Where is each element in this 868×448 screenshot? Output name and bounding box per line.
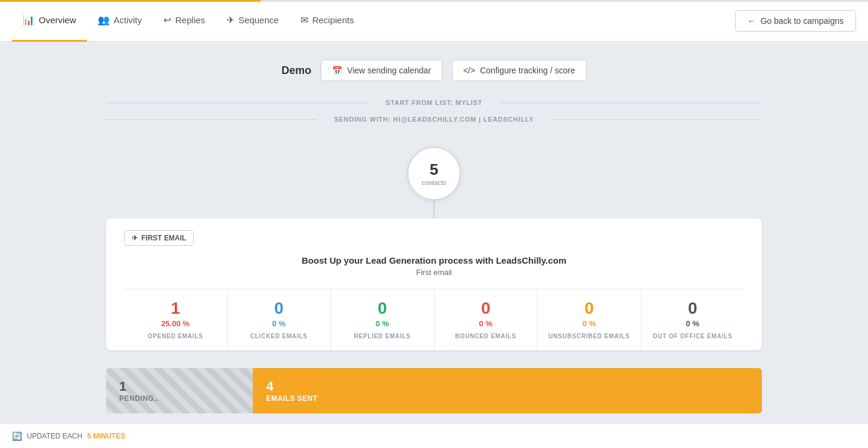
campaign-header: Demo 📅 View sending calendar </> Configu… (88, 60, 780, 81)
sequence-icon: ✈ (227, 14, 234, 26)
main-content: Demo 📅 View sending calendar </> Configu… (76, 42, 792, 425)
out-of-office-percent: 0 % (647, 319, 739, 328)
replied-label: REPLIED EMAILS (337, 333, 428, 339)
nav-sequence[interactable]: ✈ Sequence (216, 0, 290, 42)
replies-icon: ↩ (163, 14, 171, 26)
send-icon: ✈ (132, 234, 138, 242)
campaign-title: Demo (281, 64, 311, 77)
nav-recipients[interactable]: ✉ Recipients (290, 0, 365, 42)
sending-with-label: SENDING WITH: HI@LEADSCHILLY.COM | LEADS… (334, 116, 534, 123)
go-back-label: Go back to campaigns (761, 16, 844, 26)
stat-replied: 0 0 % REPLIED EMAILS (331, 289, 435, 350)
nav-activity-label: Activity (114, 15, 142, 25)
nav-sequence-label: Sequence (238, 15, 279, 25)
center-content: START FROM LIST: MYLIST SENDING WITH: HI… (88, 99, 780, 413)
clicked-number: 0 (234, 300, 325, 317)
refresh-icon: 🔄 (12, 431, 22, 441)
footer-bar: 🔄 UPDATED EACH 5 MINUTES (0, 424, 868, 448)
stat-clicked: 0 0 % CLICKED EMAILS (228, 289, 331, 350)
unsubscribed-number: 0 (544, 300, 635, 317)
recipients-icon: ✉ (300, 14, 308, 26)
footer-update-prefix: UPDATED EACH (27, 432, 82, 440)
calendar-icon: 📅 (332, 66, 342, 75)
email-subtitle: First email (124, 268, 744, 277)
out-of-office-label: OUT OF OFFICE EMAILS (647, 333, 739, 339)
clicked-percent: 0 % (234, 319, 325, 328)
view-calendar-button[interactable]: 📅 View sending calendar (321, 60, 442, 81)
clicked-label: CLICKED EMAILS (234, 333, 325, 339)
unsubscribed-percent: 0 % (544, 319, 635, 328)
connector-line (433, 200, 435, 218)
code-icon: </> (463, 66, 475, 75)
start-from-list-label: START FROM LIST: MYLIST (386, 99, 482, 106)
stat-bounced: 0 0 % BOUNCED EMAILS (435, 289, 538, 350)
pending-section: 1 PENDING.. (106, 368, 253, 413)
opened-label: OPENED EMAILS (130, 333, 221, 339)
stat-out-of-office: 0 0 % OUT OF OFFICE EMAILS (641, 289, 745, 350)
overview-icon: 📊 (23, 14, 35, 26)
footer-update-interval: 5 MINUTES (87, 432, 125, 440)
opened-percent: 25.00 % (130, 319, 221, 328)
replied-percent: 0 % (337, 319, 428, 328)
opened-number: 1 (130, 300, 221, 317)
sent-label: EMAILS SENT (266, 394, 749, 403)
nav-activity[interactable]: 👥 Activity (87, 0, 153, 42)
sent-number: 4 (266, 379, 749, 394)
replied-number: 0 (337, 300, 428, 317)
sent-section: 4 EMAILS SENT (253, 368, 762, 413)
contacts-circle: 5 contacts (407, 147, 461, 200)
contacts-label: contacts (422, 179, 447, 186)
contacts-count: 5 (430, 162, 438, 177)
go-back-arrow-icon: ← (748, 16, 756, 26)
nav-overview-label: Overview (39, 15, 76, 25)
go-back-button[interactable]: ← Go back to campaigns (735, 10, 856, 32)
email-card: ✈ FIRST EMAIL Boost Up your Lead Generat… (106, 218, 762, 350)
status-bar: 1 PENDING.. 4 EMAILS SENT (106, 368, 762, 413)
contacts-circle-wrapper: 5 contacts (407, 147, 461, 200)
nav-overview[interactable]: 📊 Overview (12, 0, 87, 42)
first-email-badge: ✈ FIRST EMAIL (124, 230, 194, 246)
view-calendar-label: View sending calendar (347, 66, 431, 75)
first-email-badge-label: FIRST EMAIL (141, 234, 186, 242)
configure-tracking-button[interactable]: </> Configure tracking / score (452, 60, 587, 81)
stat-opened: 1 25.00 % OPENED EMAILS (124, 289, 228, 350)
nav-replies-label: Replies (175, 15, 205, 25)
unsubscribed-label: UNSUBSCRIBED EMAILS (544, 333, 635, 339)
pending-label: PENDING.. (119, 394, 240, 403)
top-navigation: 📊 Overview 👥 Activity ↩ Replies ✈ Sequen… (0, 0, 868, 42)
activity-icon: 👥 (98, 14, 110, 26)
configure-tracking-label: Configure tracking / score (480, 66, 575, 75)
nav-replies[interactable]: ↩ Replies (153, 0, 216, 42)
bounced-label: BOUNCED EMAILS (441, 333, 532, 339)
stat-unsubscribed: 0 0 % UNSUBSCRIBED EMAILS (538, 289, 641, 350)
bounced-percent: 0 % (441, 319, 532, 328)
out-of-office-number: 0 (647, 300, 739, 317)
bounced-number: 0 (441, 300, 532, 317)
nav-recipients-label: Recipients (312, 15, 354, 25)
stats-row: 1 25.00 % OPENED EMAILS 0 0 % CLICKED EM… (124, 289, 744, 350)
email-subject: Boost Up your Lead Generation process wi… (124, 255, 744, 265)
pending-number: 1 (119, 379, 240, 394)
